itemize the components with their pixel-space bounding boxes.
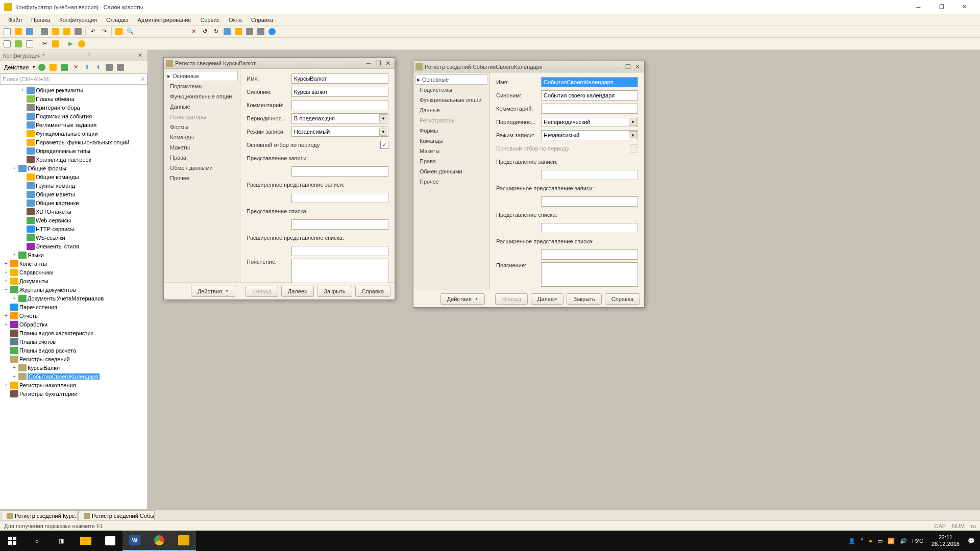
btn-back[interactable]: <Назад (246, 286, 278, 297)
input-list-repr[interactable] (291, 219, 388, 230)
dlg-tab[interactable]: Основные (166, 71, 238, 81)
tool-arrow1-icon[interactable]: ↺ (200, 27, 210, 37)
tool-new-icon[interactable] (2, 27, 12, 37)
dlg-tab[interactable]: Регистраторы (166, 112, 238, 122)
dropdown-icon[interactable]: ▼ (379, 128, 387, 136)
dlg-tab[interactable]: Основные (415, 74, 487, 85)
tray-up-icon[interactable]: ˄ (861, 538, 864, 544)
tree-node[interactable]: Общие макеты (0, 190, 147, 198)
dropdown-icon[interactable]: ▼ (629, 131, 637, 139)
tree-node[interactable]: +Константы (0, 259, 147, 268)
tray-yandex-icon[interactable]: ● (869, 538, 872, 544)
btn-actions[interactable]: Действия (191, 286, 235, 297)
input-elist-repr[interactable] (291, 246, 388, 256)
config-tree[interactable]: +Общие реквизитыПланы обменаКритерии отб… (0, 85, 148, 509)
tree-node[interactable]: +Общие формы (0, 164, 147, 172)
input-erec-repr[interactable] (541, 196, 638, 207)
tab-kursy[interactable]: Регистр сведений Курс... (1, 510, 78, 520)
tool-x-icon[interactable]: ✕ (188, 27, 199, 37)
dlg-tab[interactable]: Обмен данными (415, 166, 487, 177)
sidebar-actions-label[interactable]: Действия (2, 64, 31, 70)
close-button[interactable]: ✕ (953, 0, 976, 14)
input-name[interactable] (541, 77, 638, 87)
dlg2-maximize-icon[interactable]: ❐ (623, 63, 632, 71)
combo-write-mode[interactable]: Независимый▼ (541, 130, 638, 140)
tool-redo-icon[interactable]: ↷ (99, 27, 109, 37)
tool-open-icon[interactable] (13, 27, 23, 37)
sb-add-icon[interactable] (37, 62, 47, 72)
input-explanation[interactable] (541, 262, 638, 287)
tool-brush-icon[interactable] (244, 27, 255, 37)
tree-node[interactable]: +Отчеты (0, 311, 147, 320)
tree-node[interactable]: Функциональные опции (0, 129, 147, 138)
input-synonym[interactable] (291, 87, 388, 97)
input-synonym[interactable] (541, 90, 638, 101)
input-erec-repr[interactable] (291, 193, 388, 203)
word-icon[interactable]: W (122, 531, 147, 551)
checkbox-main-filter[interactable]: ✓ (380, 141, 388, 149)
tool-undo-icon[interactable]: ↶ (88, 27, 98, 37)
tree-node[interactable]: Критерии отбора (0, 103, 147, 112)
tree-node[interactable]: Планы счетов (0, 337, 147, 346)
tree-node[interactable]: Параметры функциональных опций (0, 138, 147, 146)
dlg-tab[interactable]: Права (415, 156, 487, 166)
dlg2-titlebar[interactable]: Регистр сведений СобытияСвоегоКалендаря … (413, 61, 644, 72)
tree-node[interactable]: +Регистры накопления (0, 381, 147, 389)
explorer-icon[interactable] (74, 531, 98, 551)
menu-edit[interactable]: Правка (27, 16, 54, 24)
dlg-tab[interactable]: Данные (415, 105, 487, 115)
minimize-button[interactable]: ─ (907, 0, 930, 14)
dlg-tab[interactable]: Формы (166, 122, 238, 132)
tool-zoom-icon[interactable]: 🔍 (125, 27, 135, 37)
sb-filter-icon[interactable] (115, 62, 126, 72)
menu-debug[interactable]: Отладка (102, 16, 132, 24)
input-comment[interactable] (541, 104, 638, 114)
tree-node[interactable]: XDTO-пакеты (0, 207, 147, 216)
tool-db-icon[interactable] (222, 27, 232, 37)
tree-node[interactable]: Регистры бухгалтерии (0, 389, 147, 398)
input-rec-repr[interactable] (291, 166, 388, 177)
tool-copy-icon[interactable] (51, 27, 61, 37)
tray-lang[interactable]: РУС (912, 538, 923, 544)
tree-node[interactable]: +Документы (0, 277, 147, 285)
tree-node[interactable]: Группы команд (0, 181, 147, 190)
tray-wifi-icon[interactable]: 📶 (888, 538, 895, 544)
btn-close[interactable]: Закрыть (317, 286, 352, 297)
tree-node[interactable]: WS-ссылки (0, 233, 147, 242)
tray-battery-icon[interactable]: ▭ (877, 538, 883, 544)
sidebar-search[interactable]: Поиск (Ctrl+Alt+M) ✕ (0, 73, 148, 85)
tree-node[interactable]: Определяемые типы (0, 146, 147, 155)
sb-delete-icon[interactable]: ✕ (70, 62, 81, 72)
dlg1-maximize-icon[interactable]: ❐ (374, 59, 383, 67)
tab-sobytiya[interactable]: Регистр сведений Собы... (78, 510, 155, 520)
chrome-icon[interactable] (147, 531, 172, 551)
dlg-tab[interactable]: Права (166, 153, 238, 163)
btn-back[interactable]: <Назад (495, 293, 528, 305)
dlg-tab[interactable]: Макеты (415, 146, 487, 156)
dlg-tab[interactable]: Прочее (415, 177, 487, 187)
btn-help[interactable]: Справка (605, 293, 640, 305)
tree-node[interactable]: Web-сервисы (0, 216, 147, 224)
tool-stop-icon[interactable] (77, 39, 87, 49)
maximize-button[interactable]: ❐ (930, 0, 953, 14)
sb-down-icon[interactable]: ⬇ (93, 62, 103, 72)
tree-node[interactable]: Планы видов расчета (0, 346, 147, 355)
menu-file[interactable]: Файл (4, 16, 26, 24)
input-list-repr[interactable] (541, 223, 638, 233)
tree-node[interactable]: Общие картинки (0, 198, 147, 207)
tree-node[interactable]: +СобытияСвоегоКалендаря (0, 372, 147, 381)
tree-node[interactable]: −Регистры сведений (0, 355, 147, 363)
dlg2-close-icon[interactable]: ✕ (633, 63, 642, 71)
dropdown-icon[interactable]: ▼ (379, 114, 387, 122)
tree-node[interactable]: +Языки (0, 251, 147, 259)
dlg-tab[interactable]: Данные (166, 102, 238, 112)
dlg2-minimize-icon[interactable]: ─ (614, 63, 623, 71)
input-explanation[interactable] (291, 259, 388, 283)
taskview-icon[interactable]: ◨ (49, 531, 74, 551)
tree-node[interactable]: −Журналы документов (0, 285, 147, 294)
tray-notifications-icon[interactable]: 💬 (968, 538, 975, 544)
tool-page-icon[interactable] (2, 39, 12, 49)
tool-grid-icon[interactable] (256, 27, 266, 37)
sb-up-icon[interactable]: ⬆ (82, 62, 92, 72)
input-name[interactable] (291, 73, 388, 84)
